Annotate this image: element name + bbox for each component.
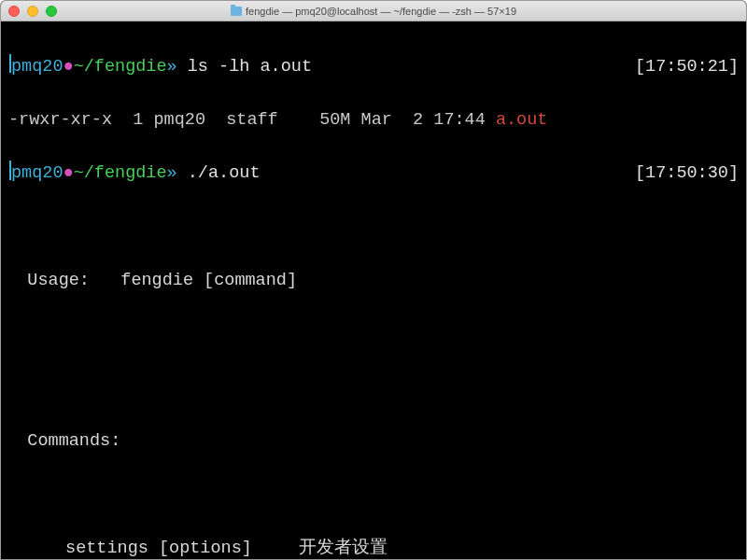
prompt-line-2: pmq20●~/fengdie» ./a.out[17:50:30] <box>8 161 739 188</box>
file-perms: -rwxr-xr-x <box>8 107 112 134</box>
ls-output-row: -rwxr-xr-x 1 pmq20 staff 50M Mar 2 17:44… <box>8 107 739 134</box>
command-name: settings [options] <box>65 536 299 559</box>
prompt-arrow: » <box>167 54 177 81</box>
terminal-content[interactable]: pmq20●~/fengdie» ls -lh a.out[17:50:21] … <box>1 21 746 559</box>
blank-line <box>8 215 739 242</box>
usage-line: Usage: fengdie [command] <box>8 268 739 295</box>
prompt-arrow: » <box>167 161 177 188</box>
command-text: ls -lh a.out <box>177 54 312 81</box>
zoom-icon[interactable] <box>46 6 57 17</box>
file-name: a.out <box>496 107 548 134</box>
traffic-lights <box>8 6 57 17</box>
prompt-sep: ● <box>63 54 74 81</box>
command-desc: 开发者设置 <box>299 536 388 559</box>
command-row: settings [options]开发者设置 <box>8 536 739 559</box>
minimize-icon[interactable] <box>27 6 38 17</box>
close-icon[interactable] <box>8 6 20 17</box>
prompt-path: ~/fengdie <box>74 54 167 81</box>
window-title: fengdie — pmq20@localhost — ~/fengdie — … <box>1 6 746 17</box>
usage-label: Usage: <box>27 271 90 290</box>
window-title-text: fengdie — pmq20@localhost — ~/fengdie — … <box>246 6 516 17</box>
terminal-window: fengdie — pmq20@localhost — ~/fengdie — … <box>0 0 747 560</box>
file-owner: pmq20 <box>153 107 205 134</box>
usage-text: fengdie [command] <box>120 271 297 290</box>
file-date: Mar 2 17:44 <box>361 107 486 134</box>
titlebar[interactable]: fengdie — pmq20@localhost — ~/fengdie — … <box>1 1 746 21</box>
blank-line <box>8 375 739 402</box>
prompt-sep: ● <box>63 161 74 188</box>
command-text: ./a.out <box>177 161 261 188</box>
prompt-line-1: pmq20●~/fengdie» ls -lh a.out[17:50:21] <box>8 54 739 81</box>
file-links: 1 <box>133 107 143 134</box>
commands-label: Commands: <box>8 428 739 455</box>
blank-line <box>8 482 739 509</box>
timestamp: [17:50:30] <box>635 161 739 188</box>
blank-line <box>8 321 739 348</box>
file-size: 50M <box>319 107 350 134</box>
timestamp: [17:50:21] <box>635 54 739 81</box>
folder-icon <box>231 7 242 16</box>
file-group: staff <box>226 107 278 134</box>
prompt-user: pmq20 <box>11 54 63 81</box>
prompt-user: pmq20 <box>11 161 63 188</box>
prompt-path: ~/fengdie <box>74 161 167 188</box>
